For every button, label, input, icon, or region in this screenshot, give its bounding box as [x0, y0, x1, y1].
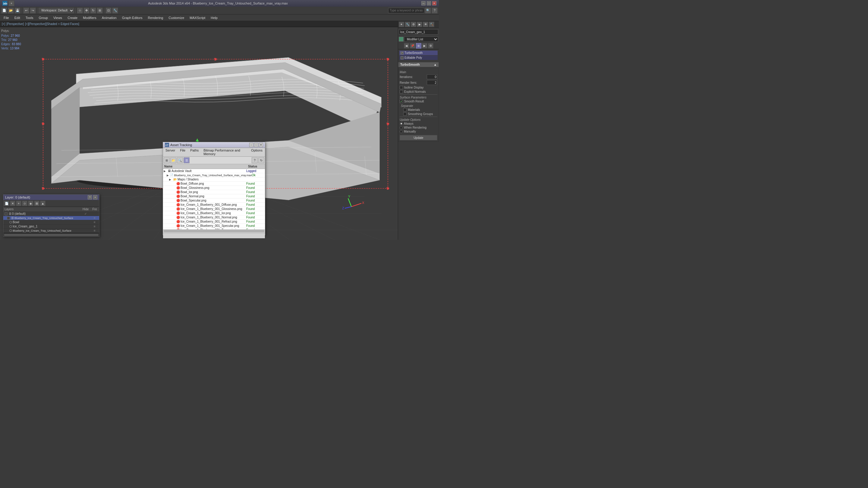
- always-radio[interactable]: [400, 122, 403, 125]
- layer-freeze[interactable]: ≡: [90, 229, 99, 232]
- layers-help-button[interactable]: ?: [88, 195, 92, 199]
- isoline-checkbox[interactable]: [400, 86, 403, 89]
- modify-panel-btn[interactable]: 🔧: [405, 22, 410, 27]
- maximize-button[interactable]: □: [427, 1, 431, 5]
- list-item[interactable]: 🔴 Ice_Cream_1_Blueberry_001_Refract.png …: [163, 220, 265, 224]
- asset-refresh-btn[interactable]: ↻: [258, 157, 264, 163]
- move-button[interactable]: ✥: [84, 7, 90, 13]
- menu-animation[interactable]: Animation: [99, 15, 119, 21]
- editable-poly-modifier[interactable]: Editable Poly: [399, 56, 438, 60]
- list-item[interactable]: 🔴 Ice_Cream_1_Blueberry_001_Diffuse.png …: [163, 203, 265, 207]
- layers-scrollbar[interactable]: [3, 233, 99, 236]
- render-iters-input[interactable]: [427, 80, 437, 85]
- modifier-nav-pin[interactable]: 📌: [410, 43, 415, 48]
- reference-btn[interactable]: ⊡: [105, 7, 112, 13]
- scale-button[interactable]: ⊞: [97, 7, 103, 13]
- hierarchy-panel-btn[interactable]: ⚙: [411, 22, 416, 27]
- list-item[interactable]: 🔴 Bowl_Diffuse.png Found: [163, 182, 265, 186]
- iterations-input[interactable]: [427, 74, 437, 79]
- list-item[interactable]: ▶ 🏛 Autodesk Vault Logged: [163, 169, 265, 173]
- menu-views[interactable]: Views: [51, 15, 64, 21]
- viewport-shading[interactable]: [+][Perspective][Shaded + Edged Faces]: [25, 22, 79, 26]
- list-item[interactable]: 🔴 Bowl_Normal.png Found: [163, 194, 265, 198]
- layer-freeze[interactable]: ≡: [90, 216, 99, 220]
- layer-freeze[interactable]: ≡: [90, 221, 99, 224]
- minimize-button[interactable]: ─: [421, 1, 426, 5]
- when-rendering-radio[interactable]: [400, 126, 403, 129]
- display-panel-btn[interactable]: 👁: [423, 22, 428, 27]
- asset-menu-bitmap[interactable]: Bitmap Performance and Memory: [201, 148, 249, 156]
- layer-toggle[interactable]: [4, 213, 7, 216]
- modifier-nav-config[interactable]: ⚙: [428, 43, 433, 48]
- object-name-input[interactable]: [399, 29, 438, 35]
- layer-move-up-button[interactable]: ▲: [40, 201, 45, 206]
- materials-checkbox[interactable]: [403, 108, 407, 111]
- asset-scroll-thumb[interactable]: [164, 230, 264, 232]
- smooth-result-checkbox[interactable]: ✓: [400, 100, 403, 103]
- manually-radio[interactable]: [400, 130, 403, 133]
- expand-icon[interactable]: ▶: [169, 178, 173, 181]
- layer-hide[interactable]: ✓: [81, 212, 90, 216]
- list-item[interactable]: 🔴 Bowl_Ior.png Found: [163, 190, 265, 194]
- create-panel-btn[interactable]: ✦: [399, 22, 404, 27]
- list-item[interactable]: ☰ 0 (default) ✓: [3, 212, 99, 216]
- layer-new-button[interactable]: 📄: [4, 201, 9, 206]
- asset-close-button[interactable]: ✕: [259, 143, 263, 147]
- menu-customize[interactable]: Customize: [166, 15, 187, 21]
- layer-add-object-button[interactable]: +: [16, 201, 22, 206]
- menu-rendering[interactable]: Rendering: [146, 15, 166, 21]
- list-item[interactable]: 🔴 Bowl_Specular.png Found: [163, 198, 265, 203]
- redo-button[interactable]: ↪: [30, 7, 36, 13]
- render-setup-btn[interactable]: 🔧: [112, 7, 118, 13]
- layers-horizontal-scrollbar[interactable]: [4, 234, 98, 236]
- close-button[interactable]: ✕: [432, 1, 436, 5]
- motion-panel-btn[interactable]: ▶: [417, 22, 422, 27]
- explicit-normals-checkbox[interactable]: [400, 90, 403, 93]
- turbosmooth-modifier[interactable]: ✓ TurboSmooth: [399, 51, 438, 55]
- modifier-checkbox[interactable]: [401, 56, 404, 59]
- menu-create[interactable]: Create: [65, 15, 80, 21]
- menu-edit[interactable]: Edit: [12, 15, 23, 21]
- undo-button[interactable]: ↩: [23, 7, 29, 13]
- layers-close-button[interactable]: ×: [93, 195, 97, 199]
- list-item[interactable]: 🔴 Ice_Cream_1_Blueberry_001_Glossiness.p…: [163, 207, 265, 211]
- asset-horizontal-scrollbar[interactable]: [163, 229, 265, 233]
- asset-menu-file[interactable]: File: [178, 148, 188, 156]
- modifier-nav-active[interactable]: ⊞: [416, 43, 421, 48]
- menu-group[interactable]: Group: [36, 15, 50, 21]
- help-search-btn[interactable]: ?: [432, 7, 438, 13]
- list-item[interactable]: 🔴 Ice_Cream_1_Blueberry_001_Normal.png F…: [163, 216, 265, 220]
- menu-file[interactable]: File: [1, 15, 11, 21]
- list-item[interactable]: ⬡ Blueberry_Ice_Cream_Tray_Untouched_Sur…: [3, 229, 99, 233]
- asset-tool-4[interactable]: ☰: [184, 157, 190, 163]
- list-item[interactable]: ☰ Blueberry_Ice_Cream_Tray_Untouched_Sur…: [3, 216, 99, 220]
- asset-tool-1[interactable]: ⊞: [164, 157, 170, 163]
- asset-menu-options[interactable]: Options: [249, 148, 265, 156]
- turbosmooth-rollout-header[interactable]: TurboSmooth ▲: [398, 62, 439, 67]
- menu-maxscript[interactable]: MAXScript: [187, 15, 208, 21]
- save-button[interactable]: 💾: [14, 7, 21, 13]
- menu-tools[interactable]: Tools: [23, 15, 36, 21]
- layer-toggle[interactable]: [7, 217, 10, 220]
- workspace-dropdown[interactable]: Workspace: Default: [38, 8, 74, 13]
- utilities-panel-btn[interactable]: 🔨: [429, 22, 434, 27]
- asset-tool-2[interactable]: 📁: [170, 157, 176, 163]
- layer-delete-button[interactable]: ✕: [10, 201, 16, 206]
- list-item[interactable]: ▶ 📄 Blueberry_Ice_Cream_Tray_Untouched_S…: [163, 173, 265, 177]
- layers-header[interactable]: Layer: 0 (default) ? ×: [3, 195, 99, 200]
- list-item[interactable]: 🔴 Ice_Cream_1_Blueberry_001_Ior.png Foun…: [163, 211, 265, 216]
- search-input[interactable]: [388, 8, 424, 13]
- modifier-list-dropdown[interactable]: Modifier List: [404, 36, 438, 42]
- smoothing-groups-checkbox[interactable]: [403, 112, 407, 116]
- viewport-plus-btn[interactable]: [+]: [2, 22, 5, 26]
- new-button[interactable]: 📄: [1, 7, 7, 13]
- modifier-nav-right[interactable]: ▶: [422, 43, 427, 48]
- asset-maximize-button[interactable]: □: [254, 143, 258, 147]
- menu-help[interactable]: Help: [208, 15, 220, 21]
- update-button[interactable]: Update: [400, 135, 437, 140]
- list-item[interactable]: ⬡ Bowl ≡: [3, 220, 99, 224]
- asset-menu-paths[interactable]: Paths: [188, 148, 201, 156]
- modifier-nav-left[interactable]: ◀: [404, 43, 409, 48]
- asset-header[interactable]: AT Asset Tracking ─ □ ✕: [163, 142, 265, 148]
- asset-minimize-button[interactable]: ─: [249, 143, 253, 147]
